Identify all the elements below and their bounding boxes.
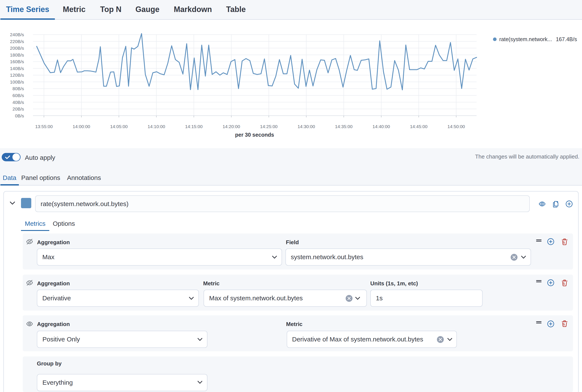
svg-text:180B/s: 180B/s [10, 52, 24, 58]
svg-text:14:40:00: 14:40:00 [372, 124, 390, 129]
svg-text:20B/s: 20B/s [13, 106, 24, 112]
svg-text:140B/s: 140B/s [10, 66, 24, 71]
svg-text:14:15:00: 14:15:00 [185, 124, 203, 129]
svg-text:13:55:00: 13:55:00 [35, 124, 53, 129]
svg-text:14:35:00: 14:35:00 [335, 124, 352, 129]
svg-text:14:05:00: 14:05:00 [110, 124, 128, 129]
svg-text:14:30:00: 14:30:00 [297, 124, 315, 129]
svg-text:14:00:00: 14:00:00 [73, 124, 90, 129]
svg-text:rate(system.network...: rate(system.network... [499, 36, 552, 42]
svg-text:120B/s: 120B/s [10, 72, 24, 78]
svg-text:160B/s: 160B/s [10, 59, 24, 64]
svg-text:0B/s: 0B/s [15, 113, 24, 118]
svg-text:14:25:00: 14:25:00 [260, 124, 278, 129]
svg-text:100B/s: 100B/s [10, 80, 24, 84]
svg-text:240B/s: 240B/s [10, 32, 24, 37]
svg-text:14:45:00: 14:45:00 [410, 124, 427, 129]
svg-text:167.4B/s: 167.4B/s [556, 36, 577, 42]
svg-text:14:20:00: 14:20:00 [223, 124, 240, 129]
svg-text:200B/s: 200B/s [10, 46, 24, 50]
svg-text:60B/s: 60B/s [13, 93, 24, 98]
svg-text:40B/s: 40B/s [13, 100, 24, 105]
svg-text:14:10:00: 14:10:00 [148, 124, 165, 129]
svg-text:80B/s: 80B/s [13, 86, 24, 91]
svg-text:14:50:00: 14:50:00 [447, 124, 465, 129]
svg-text:220B/s: 220B/s [10, 39, 24, 44]
svg-text:per 30 seconds: per 30 seconds [235, 132, 274, 138]
